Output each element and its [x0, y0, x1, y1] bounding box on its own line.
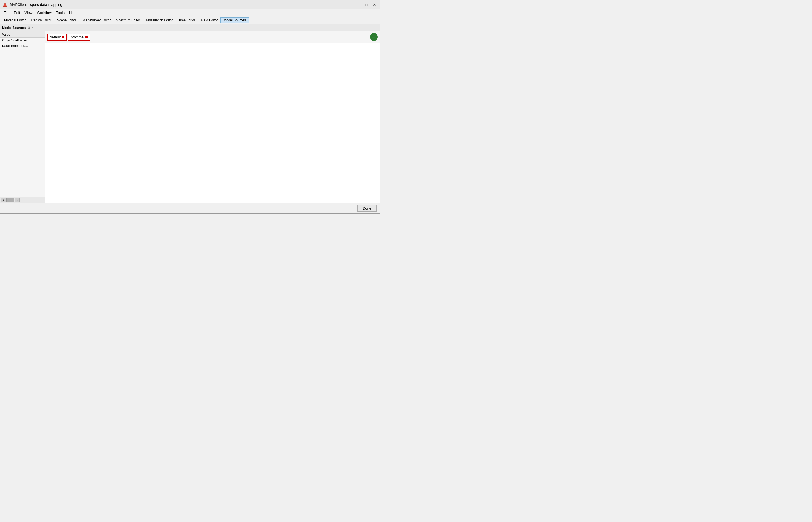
region-tabs: default proximal + [45, 32, 380, 43]
menu-view[interactable]: View [22, 10, 35, 15]
left-panel: Value OrganScaffold.exf DataEmbedder....… [0, 32, 45, 203]
panel-header: Model Sources ⊡ × [0, 24, 380, 32]
proximal-tab-indicator [85, 36, 88, 38]
tab-spectrum-editor[interactable]: Spectrum Editor [113, 18, 143, 23]
menu-tools[interactable]: Tools [54, 10, 67, 15]
tab-tessellation-editor[interactable]: Tessellation Editor [143, 18, 175, 23]
list-item[interactable]: OrganScaffold.exf [0, 38, 44, 43]
left-panel-scroll: ‹ › [0, 197, 44, 203]
scroll-thumb[interactable] [6, 198, 14, 202]
content-area: Model Sources ⊡ × Value OrganScaffold.ex… [0, 24, 380, 203]
window-title: MAPClient - sparc-data-mapping [10, 2, 62, 7]
tab-model-sources[interactable]: Model Sources [220, 17, 249, 23]
region-tab-proximal-label: proximal [71, 35, 84, 39]
menu-file[interactable]: File [1, 10, 12, 15]
scroll-right-button[interactable]: › [15, 198, 20, 202]
panel-title: Model Sources [2, 26, 26, 30]
tab-scene-editor[interactable]: Scene Editor [54, 18, 79, 23]
minimize-button[interactable]: — [355, 2, 362, 7]
title-bar-controls: — □ ✕ [355, 2, 378, 7]
tab-time-editor[interactable]: Time Editor [176, 18, 198, 23]
left-panel-list[interactable]: OrganScaffold.exf DataEmbedder.... [0, 38, 44, 197]
tab-region-editor[interactable]: Region Editor [28, 18, 54, 23]
scroll-left-button[interactable]: ‹ [1, 198, 6, 202]
tab-field-editor[interactable]: Field Editor [198, 18, 221, 23]
region-tab-default[interactable]: default [47, 34, 67, 41]
list-item[interactable]: DataEmbedder.... [0, 43, 44, 49]
add-region-button[interactable]: + [370, 33, 378, 41]
region-tab-default-label: default [50, 35, 61, 39]
region-tab-proximal[interactable]: proximal [68, 34, 91, 41]
panel-close-button[interactable]: × [32, 26, 34, 29]
title-bar-left: MAPClient - sparc-data-mapping [2, 2, 62, 7]
menu-workflow[interactable]: Workflow [35, 10, 54, 15]
default-tab-indicator [62, 36, 64, 38]
menu-bar: File Edit View Workflow Tools Help [0, 9, 380, 16]
menu-help[interactable]: Help [67, 10, 79, 15]
done-button[interactable]: Done [357, 205, 377, 212]
main-panel: Value OrganScaffold.exf DataEmbedder....… [0, 32, 380, 203]
tab-bar: Material Editor Region Editor Scene Edit… [0, 16, 380, 24]
column-value-label: Value [2, 33, 10, 37]
right-panel: default proximal + [45, 32, 380, 203]
left-panel-header: Value [0, 32, 44, 38]
right-content [45, 43, 380, 203]
dock-icon[interactable]: ⊡ [27, 26, 30, 29]
menu-edit[interactable]: Edit [12, 10, 22, 15]
main-window: MAPClient - sparc-data-mapping — □ ✕ Fil… [0, 0, 380, 214]
tab-material-editor[interactable]: Material Editor [1, 18, 28, 23]
title-bar: MAPClient - sparc-data-mapping — □ ✕ [0, 0, 380, 9]
tab-sceneviewer-editor[interactable]: Sceneviewer Editor [79, 18, 113, 23]
app-icon [2, 2, 7, 7]
bottom-bar: Done [0, 203, 380, 214]
close-button[interactable]: ✕ [371, 2, 378, 7]
maximize-button[interactable]: □ [363, 2, 370, 7]
